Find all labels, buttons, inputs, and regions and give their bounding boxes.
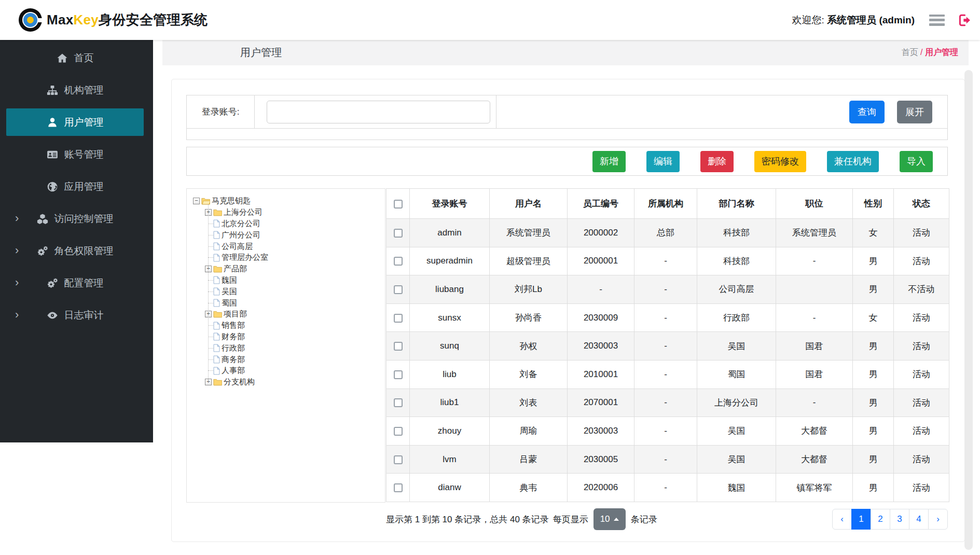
table-cell: 男	[853, 275, 894, 304]
table-row[interactable]: dianw典韦2020006-魏国镇军将军男活动	[387, 474, 949, 502]
table-row[interactable]: zhouy周瑜2030003-吴国大都督男活动	[387, 417, 949, 446]
row-checkbox[interactable]	[394, 398, 403, 407]
tree-node[interactable]: 蜀国	[208, 297, 382, 309]
sidebar-item-user[interactable]: 用户管理	[6, 108, 144, 136]
add-button[interactable]: 新增	[592, 151, 626, 172]
table-row[interactable]: liub1刘表2070001-上海分公司-男活动	[387, 388, 949, 417]
tree-node[interactable]: 销售部	[208, 320, 382, 331]
table-row[interactable]: liubang刘邦Lb--公司高层男不活动	[387, 275, 949, 304]
table-row[interactable]: sunq孙权2030003-吴国国君男活动	[387, 332, 949, 360]
table-cell: -	[634, 417, 697, 446]
tree-node[interactable]: 人事部	[208, 365, 382, 377]
sidebar-item-audit[interactable]: ›日志审计	[6, 301, 144, 329]
page-prev[interactable]: ‹	[832, 509, 852, 530]
row-checkbox[interactable]	[394, 427, 403, 436]
table-header-row: 登录账号用户名员工编号所属机构部门名称职位性别状态	[387, 189, 949, 219]
tree-node[interactable]: 北京分公司	[208, 218, 382, 230]
sidebar-item-account[interactable]: 账号管理	[6, 141, 144, 168]
sidebar-item-access[interactable]: ›访问控制管理	[6, 205, 144, 232]
current-user: 系统管理员 (admin)	[827, 15, 915, 25]
menu-icon[interactable]	[929, 15, 945, 26]
table-cell: -	[634, 247, 697, 275]
table-row[interactable]: admin系统管理员2000002总部科技部系统管理员女活动	[387, 219, 949, 247]
page-next[interactable]: ›	[928, 509, 948, 530]
breadcrumb-home[interactable]: 首页	[902, 48, 918, 57]
sidebar-item-label: 日志审计	[64, 309, 104, 322]
select-all-checkbox[interactable]	[394, 200, 403, 209]
row-checkbox[interactable]	[394, 483, 403, 492]
chevron-right-icon: ›	[15, 308, 19, 321]
table-row[interactable]: superadmin超级管理员2000001-科技部-男活动	[387, 247, 949, 275]
page-1[interactable]: 1	[851, 509, 871, 530]
table-cell: 公司高层	[697, 275, 776, 304]
sidebar-item-label: 账号管理	[64, 148, 104, 161]
sidebar-item-config[interactable]: ›配置管理	[6, 269, 144, 297]
tree-node[interactable]: +上海分公司	[205, 207, 382, 218]
tree-node[interactable]: 财务部	[208, 331, 382, 343]
row-checkbox[interactable]	[394, 314, 403, 323]
expand-toggle-icon[interactable]: +	[205, 209, 212, 216]
query-button[interactable]: 查询	[849, 101, 885, 123]
expand-button[interactable]: 展开	[897, 101, 932, 123]
row-checkbox[interactable]	[394, 342, 403, 351]
expand-toggle-icon[interactable]: +	[205, 266, 212, 272]
file-icon	[213, 219, 220, 228]
row-checkbox[interactable]	[394, 455, 403, 464]
sidebar-item-org[interactable]: 机构管理	[6, 76, 144, 104]
tree-node[interactable]: 广州分公司	[208, 229, 382, 241]
tree-node[interactable]: 公司高层	[208, 241, 382, 252]
per-page-dropdown[interactable]: 10	[593, 508, 626, 530]
column-header: 所属机构	[634, 189, 697, 219]
sidebar-item-app[interactable]: 应用管理	[6, 173, 144, 200]
table-cell: 大都督	[776, 445, 853, 474]
table-row[interactable]: lvm吕蒙2030005-吴国大都督男活动	[387, 445, 949, 474]
tree-node[interactable]: −马克思钥匙	[193, 196, 382, 207]
search-form-extra-row	[187, 128, 947, 140]
collapse-toggle-icon[interactable]: −	[193, 198, 200, 204]
table-cell: 男	[853, 360, 894, 388]
file-icon	[213, 344, 220, 352]
expand-toggle-icon[interactable]: +	[205, 379, 212, 385]
logout-icon[interactable]	[957, 13, 972, 27]
file-icon	[213, 231, 220, 239]
row-checkbox[interactable]	[394, 229, 403, 238]
tree-node-label: 人事部	[222, 366, 245, 376]
tree-node-label: 北京分公司	[222, 219, 260, 229]
table-cell: -	[634, 275, 697, 304]
tree-node[interactable]: +产品部	[205, 263, 382, 275]
import-button[interactable]: 导入	[900, 151, 933, 172]
delete-button[interactable]: 删除	[700, 151, 734, 172]
column-header: 部门名称	[697, 189, 776, 219]
tree-node[interactable]: 商务部	[208, 354, 382, 365]
table-cell: admin	[410, 219, 490, 247]
table-cell: sunsx	[410, 303, 490, 332]
tree-node[interactable]: +项目部	[205, 309, 382, 320]
expand-toggle-icon[interactable]: +	[205, 311, 212, 317]
tree-node[interactable]: 吴国	[208, 286, 382, 297]
change-password-button[interactable]: 密码修改	[754, 151, 806, 172]
table-cell: 超级管理员	[490, 247, 568, 275]
page-2[interactable]: 2	[871, 509, 890, 530]
edit-button[interactable]: 编辑	[646, 151, 680, 172]
sidebar-item-home[interactable]: 首页	[6, 44, 144, 72]
org-tree: −马克思钥匙+上海分公司北京分公司广州分公司公司高层管理层办公室+产品部魏国吴国…	[186, 188, 385, 503]
table-cell: -	[634, 445, 697, 474]
table-row[interactable]: liub刘备2010001-蜀国国君男活动	[387, 360, 949, 388]
sitemap-icon	[47, 85, 58, 96]
tree-node[interactable]: 行政部	[208, 342, 382, 354]
tree-node[interactable]: 管理层办公室	[208, 252, 382, 263]
table-row[interactable]: sunsx孙尚香2030009-行政部-女活动	[387, 303, 949, 332]
table-cell: 活动	[894, 219, 949, 247]
page-4[interactable]: 4	[909, 509, 929, 530]
sidebar-item-label: 首页	[74, 51, 94, 65]
row-checkbox[interactable]	[394, 285, 403, 294]
adjunct-org-button[interactable]: 兼任机构	[827, 151, 879, 172]
tree-node[interactable]: +分支机构	[205, 377, 382, 388]
row-checkbox[interactable]	[394, 257, 403, 266]
scrollbar[interactable]	[964, 70, 973, 550]
tree-node[interactable]: 魏国	[208, 275, 382, 286]
row-checkbox[interactable]	[394, 370, 403, 379]
login-account-input[interactable]	[267, 101, 490, 123]
sidebar-item-role[interactable]: ›角色权限管理	[6, 237, 144, 265]
page-3[interactable]: 3	[890, 509, 909, 530]
